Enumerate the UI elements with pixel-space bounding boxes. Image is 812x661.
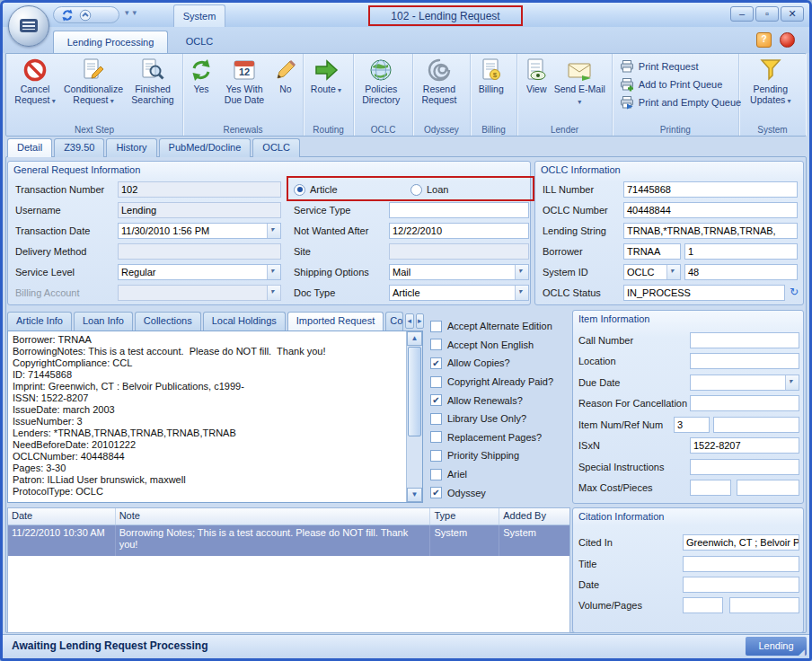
system-id-number-field[interactable]: 48 bbox=[684, 264, 798, 280]
renewal-no-button[interactable]: No bbox=[272, 56, 299, 120]
location-field[interactable] bbox=[690, 353, 799, 369]
tab-imported-request[interactable]: Imported Request bbox=[287, 312, 384, 330]
route-button[interactable]: Route bbox=[306, 56, 346, 120]
print-request-button[interactable]: Print Request bbox=[615, 58, 703, 75]
transaction-number-field[interactable]: 102 bbox=[118, 181, 281, 198]
max-cost-field[interactable] bbox=[690, 480, 731, 496]
tab-copy-truncated[interactable]: Cop bbox=[385, 312, 403, 330]
borrower-field[interactable]: TRNAA bbox=[623, 243, 681, 260]
tab-detail[interactable]: Detail bbox=[7, 138, 52, 157]
maximize-button[interactable]: ▫ bbox=[755, 6, 779, 22]
chevron-down-icon[interactable] bbox=[267, 265, 280, 279]
vertical-scrollbar[interactable]: ▲ ▼ bbox=[406, 331, 422, 502]
copyright-already-paid-checkbox[interactable] bbox=[430, 376, 442, 388]
column-header-note[interactable]: Note bbox=[116, 508, 431, 524]
cancel-request-button[interactable]: Cancel Request bbox=[9, 56, 61, 120]
scrollbar-thumb[interactable] bbox=[408, 347, 421, 436]
column-header-date[interactable]: Date bbox=[8, 508, 116, 524]
scroll-down-icon[interactable]: ▼ bbox=[407, 488, 422, 502]
chevron-down-icon[interactable] bbox=[267, 224, 280, 238]
help-icon[interactable]: ? bbox=[756, 32, 772, 48]
pending-updates-button[interactable]: Pending Updates bbox=[742, 56, 799, 120]
not-wanted-after-field[interactable]: 12/22/2010 bbox=[389, 223, 529, 239]
cited-in-field[interactable]: Greenwich, CT ; Belvoir P bbox=[683, 534, 799, 551]
tab-z3950[interactable]: Z39.50 bbox=[54, 138, 104, 157]
service-type-field[interactable] bbox=[389, 202, 529, 218]
tab-local-holdings[interactable]: Local Holdings bbox=[203, 312, 286, 330]
undo-circle-icon[interactable] bbox=[79, 9, 92, 22]
username-field[interactable]: Lending bbox=[118, 202, 281, 218]
renewal-yes-due-date-button[interactable]: 12 Yes With Due Date bbox=[216, 56, 272, 120]
delivery-method-field[interactable] bbox=[118, 243, 281, 260]
citation-title-field[interactable] bbox=[683, 556, 799, 572]
tab-oclc-detail[interactable]: OCLC bbox=[252, 138, 300, 157]
loan-radio[interactable]: Loan bbox=[410, 181, 448, 198]
view-button[interactable]: View bbox=[520, 56, 552, 120]
exit-icon[interactable] bbox=[780, 32, 795, 48]
call-number-field[interactable] bbox=[690, 332, 799, 348]
tab-oclc[interactable]: OCLC bbox=[173, 31, 225, 53]
scroll-up-icon[interactable]: ▲ bbox=[407, 331, 422, 346]
tab-system[interactable]: System bbox=[173, 4, 225, 27]
ref-num-field[interactable] bbox=[713, 417, 799, 433]
special-instructions-field[interactable] bbox=[690, 459, 799, 475]
allow-renewals-checkbox[interactable]: ✔ bbox=[430, 394, 442, 406]
tab-scroll-right-icon[interactable]: ▸ bbox=[416, 313, 424, 329]
tab-collections[interactable]: Collections bbox=[135, 312, 201, 330]
accept-alternate-edition-checkbox[interactable] bbox=[430, 321, 442, 332]
print-and-empty-queue-button[interactable]: Print and Empty Queue bbox=[615, 94, 746, 110]
billing-account-field[interactable] bbox=[118, 285, 281, 301]
item-num-field[interactable]: 3 bbox=[674, 417, 710, 433]
ariel-checkbox[interactable] bbox=[430, 469, 442, 480]
tab-pubmed-docline[interactable]: PubMed/Docline bbox=[159, 138, 252, 157]
minimize-button[interactable]: – bbox=[730, 6, 754, 22]
send-email-button[interactable]: Send E-Mail bbox=[552, 56, 606, 120]
ill-number-field[interactable]: 71445868 bbox=[623, 181, 798, 198]
citation-date-field[interactable] bbox=[683, 577, 799, 593]
due-date-field[interactable] bbox=[690, 375, 799, 391]
chevron-down-icon[interactable] bbox=[267, 286, 280, 300]
note-row-selected[interactable]: 11/22/2010 10:30 AM Borrowing Notes; Thi… bbox=[8, 525, 569, 556]
renewal-yes-button[interactable]: Yes bbox=[186, 56, 216, 120]
tab-history[interactable]: History bbox=[106, 138, 156, 157]
article-radio[interactable]: Article bbox=[294, 181, 338, 198]
chevron-down-icon[interactable] bbox=[515, 265, 528, 279]
chevron-down-icon[interactable] bbox=[785, 375, 799, 390]
isxn-field[interactable]: 1522-8207 bbox=[690, 437, 799, 454]
doc-type-field[interactable]: Article bbox=[389, 285, 529, 301]
resend-request-button[interactable]: Resend Request bbox=[416, 56, 463, 120]
pages-field[interactable] bbox=[729, 597, 799, 613]
transaction-date-field[interactable]: 11/30/2010 1:56 PM bbox=[118, 223, 281, 239]
qat-customize-chevrons-icon[interactable]: ▾▾ bbox=[125, 8, 140, 17]
replacement-pages-checkbox[interactable] bbox=[430, 431, 442, 443]
system-id-field[interactable]: OCLC bbox=[623, 264, 681, 280]
shipping-options-field[interactable]: Mail bbox=[389, 264, 529, 280]
tab-loan-info[interactable]: Loan Info bbox=[74, 312, 133, 330]
accept-non-english-checkbox[interactable] bbox=[430, 339, 442, 350]
resize-grip-icon[interactable]: ◢ bbox=[799, 648, 808, 657]
tab-scroll-left-icon[interactable]: ◂ bbox=[405, 313, 413, 329]
add-to-print-queue-button[interactable]: Add to Print Queue bbox=[615, 76, 728, 93]
finished-searching-button[interactable]: Finished Searching bbox=[126, 56, 180, 120]
oclc-number-field[interactable]: 40448844 bbox=[623, 202, 798, 218]
chevron-down-icon[interactable] bbox=[666, 265, 680, 279]
odyssey-checkbox[interactable]: ✔ bbox=[430, 487, 442, 498]
reason-for-cancellation-field[interactable] bbox=[690, 395, 799, 411]
tab-lending-processing[interactable]: Lending Processing bbox=[53, 31, 168, 53]
oclc-status-field[interactable]: IN_PROCESS bbox=[623, 285, 785, 301]
conditionalize-request-button[interactable]: Conditionalize Request bbox=[61, 56, 126, 120]
service-level-field[interactable]: Regular bbox=[118, 264, 281, 280]
allow-copies-checkbox[interactable]: ✔ bbox=[430, 357, 442, 369]
chevron-down-icon[interactable] bbox=[515, 286, 528, 300]
volume-field[interactable] bbox=[683, 597, 723, 613]
tab-article-info[interactable]: Article Info bbox=[7, 312, 72, 330]
priority-shipping-checkbox[interactable] bbox=[430, 450, 442, 462]
imported-request-textarea[interactable]: Borrower: TRNAA BorrowingNotes: This is … bbox=[7, 330, 423, 503]
column-header-added-by[interactable]: Added By bbox=[499, 508, 569, 524]
close-button[interactable]: ✕ bbox=[781, 6, 804, 22]
refresh-icon[interactable] bbox=[61, 9, 74, 22]
pieces-field[interactable] bbox=[737, 480, 799, 496]
borrower-count-field[interactable]: 1 bbox=[684, 243, 798, 260]
refresh-status-icon[interactable]: ↻ bbox=[790, 286, 799, 298]
application-menu-button[interactable] bbox=[8, 5, 49, 47]
